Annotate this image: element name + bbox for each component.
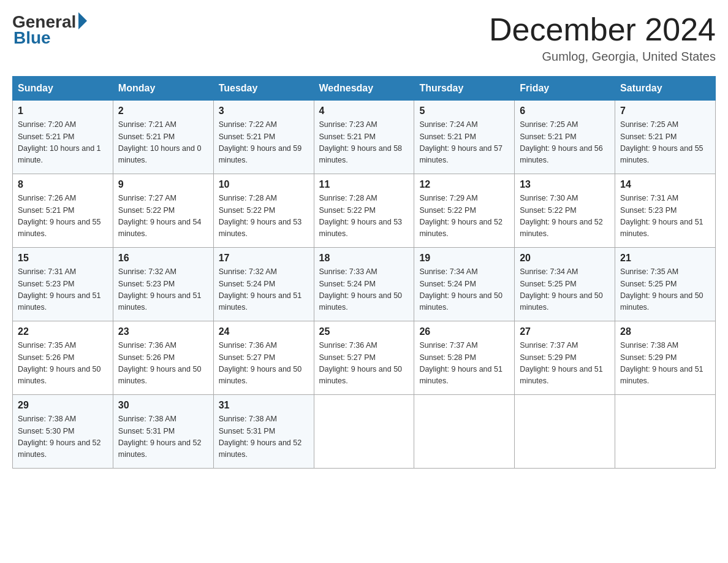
calendar-cell: 3 Sunrise: 7:22 AMSunset: 5:21 PMDayligh… [213, 101, 314, 174]
calendar-cell: 21 Sunrise: 7:35 AMSunset: 5:25 PMDaylig… [615, 248, 716, 321]
day-info: Sunrise: 7:36 AMSunset: 5:27 PMDaylight:… [219, 341, 302, 385]
calendar-cell: 15 Sunrise: 7:31 AMSunset: 5:23 PMDaylig… [13, 248, 113, 321]
day-number: 29 [18, 400, 108, 411]
day-info: Sunrise: 7:21 AMSunset: 5:21 PMDaylight:… [118, 120, 202, 164]
day-info: Sunrise: 7:25 AMSunset: 5:21 PMDaylight:… [620, 120, 703, 164]
weekday-header-tuesday: Tuesday [213, 77, 314, 101]
calendar-cell: 25 Sunrise: 7:36 AMSunset: 5:27 PMDaylig… [314, 321, 414, 395]
calendar-cell: 23 Sunrise: 7:36 AMSunset: 5:26 PMDaylig… [113, 321, 213, 395]
day-number: 7 [620, 105, 710, 117]
calendar-week-row: 22 Sunrise: 7:35 AMSunset: 5:26 PMDaylig… [13, 321, 716, 395]
day-info: Sunrise: 7:36 AMSunset: 5:27 PMDaylight:… [319, 341, 403, 385]
day-info: Sunrise: 7:27 AMSunset: 5:22 PMDaylight:… [118, 194, 202, 238]
day-info: Sunrise: 7:33 AMSunset: 5:24 PMDaylight:… [319, 267, 403, 312]
calendar-cell [515, 395, 615, 469]
day-info: Sunrise: 7:32 AMSunset: 5:24 PMDaylight:… [219, 267, 302, 312]
weekday-header-thursday: Thursday [414, 77, 515, 101]
day-number: 31 [219, 400, 309, 411]
day-number: 12 [419, 179, 509, 190]
calendar-cell: 5 Sunrise: 7:24 AMSunset: 5:21 PMDayligh… [414, 101, 515, 174]
day-info: Sunrise: 7:35 AMSunset: 5:26 PMDaylight:… [18, 341, 101, 385]
day-number: 17 [219, 253, 309, 264]
day-number: 10 [219, 179, 309, 190]
calendar-cell: 16 Sunrise: 7:32 AMSunset: 5:23 PMDaylig… [113, 248, 213, 321]
calendar-cell: 7 Sunrise: 7:25 AMSunset: 5:21 PMDayligh… [615, 101, 716, 174]
calendar-cell: 12 Sunrise: 7:29 AMSunset: 5:22 PMDaylig… [414, 174, 515, 248]
day-number: 18 [319, 253, 409, 264]
day-number: 21 [620, 253, 710, 264]
day-number: 11 [319, 179, 409, 190]
day-number: 4 [319, 105, 409, 117]
day-number: 1 [18, 105, 108, 117]
calendar-week-row: 29 Sunrise: 7:38 AMSunset: 5:30 PMDaylig… [13, 395, 716, 469]
weekday-header-sunday: Sunday [13, 77, 113, 101]
calendar-cell: 1 Sunrise: 7:20 AMSunset: 5:21 PMDayligh… [13, 101, 113, 174]
weekday-header-wednesday: Wednesday [314, 77, 414, 101]
day-number: 20 [520, 253, 610, 264]
calendar-cell: 28 Sunrise: 7:38 AMSunset: 5:29 PMDaylig… [615, 321, 716, 395]
calendar-cell [414, 395, 515, 469]
weekday-header-saturday: Saturday [615, 77, 716, 101]
day-number: 19 [419, 253, 509, 264]
day-info: Sunrise: 7:37 AMSunset: 5:28 PMDaylight:… [419, 341, 502, 385]
logo-triangle-icon [78, 12, 87, 29]
day-info: Sunrise: 7:32 AMSunset: 5:23 PMDaylight:… [118, 267, 202, 312]
day-info: Sunrise: 7:30 AMSunset: 5:22 PMDaylight:… [520, 194, 603, 238]
day-number: 9 [118, 179, 208, 190]
day-number: 30 [118, 400, 208, 411]
day-number: 15 [18, 253, 108, 264]
calendar-cell [615, 395, 716, 469]
calendar-cell: 14 Sunrise: 7:31 AMSunset: 5:23 PMDaylig… [615, 174, 716, 248]
day-number: 24 [219, 326, 309, 337]
calendar-cell: 20 Sunrise: 7:34 AMSunset: 5:25 PMDaylig… [515, 248, 615, 321]
logo: General Blue [12, 12, 87, 48]
calendar-week-row: 15 Sunrise: 7:31 AMSunset: 5:23 PMDaylig… [13, 248, 716, 321]
day-number: 16 [118, 253, 208, 264]
day-number: 13 [520, 179, 610, 190]
calendar-cell: 26 Sunrise: 7:37 AMSunset: 5:28 PMDaylig… [414, 321, 515, 395]
day-number: 3 [219, 105, 309, 117]
calendar-cell: 10 Sunrise: 7:28 AMSunset: 5:22 PMDaylig… [213, 174, 314, 248]
day-info: Sunrise: 7:28 AMSunset: 5:22 PMDaylight:… [319, 194, 403, 238]
calendar-cell: 9 Sunrise: 7:27 AMSunset: 5:22 PMDayligh… [113, 174, 213, 248]
weekday-header-row: SundayMondayTuesdayWednesdayThursdayFrid… [13, 77, 716, 101]
calendar-cell: 2 Sunrise: 7:21 AMSunset: 5:21 PMDayligh… [113, 101, 213, 174]
calendar-cell: 13 Sunrise: 7:30 AMSunset: 5:22 PMDaylig… [515, 174, 615, 248]
calendar-cell: 17 Sunrise: 7:32 AMSunset: 5:24 PMDaylig… [213, 248, 314, 321]
calendar-body: 1 Sunrise: 7:20 AMSunset: 5:21 PMDayligh… [13, 101, 716, 469]
day-info: Sunrise: 7:25 AMSunset: 5:21 PMDaylight:… [520, 120, 603, 164]
day-info: Sunrise: 7:34 AMSunset: 5:24 PMDaylight:… [419, 267, 502, 312]
day-number: 22 [18, 326, 108, 337]
day-info: Sunrise: 7:24 AMSunset: 5:21 PMDaylight:… [419, 120, 502, 164]
day-info: Sunrise: 7:37 AMSunset: 5:29 PMDaylight:… [520, 341, 603, 385]
calendar-cell: 22 Sunrise: 7:35 AMSunset: 5:26 PMDaylig… [13, 321, 113, 395]
calendar-cell: 31 Sunrise: 7:38 AMSunset: 5:31 PMDaylig… [213, 395, 314, 469]
calendar-cell: 4 Sunrise: 7:23 AMSunset: 5:21 PMDayligh… [314, 101, 414, 174]
calendar-header: SundayMondayTuesdayWednesdayThursdayFrid… [13, 77, 716, 101]
day-info: Sunrise: 7:22 AMSunset: 5:21 PMDaylight:… [219, 120, 302, 164]
weekday-header-friday: Friday [515, 77, 615, 101]
day-number: 27 [520, 326, 610, 337]
day-number: 28 [620, 326, 710, 337]
calendar-week-row: 8 Sunrise: 7:26 AMSunset: 5:21 PMDayligh… [13, 174, 716, 248]
day-number: 25 [319, 326, 409, 337]
day-info: Sunrise: 7:38 AMSunset: 5:31 PMDaylight:… [219, 415, 302, 459]
calendar-cell [314, 395, 414, 469]
day-info: Sunrise: 7:31 AMSunset: 5:23 PMDaylight:… [18, 267, 101, 312]
day-info: Sunrise: 7:20 AMSunset: 5:21 PMDaylight:… [18, 120, 101, 164]
day-info: Sunrise: 7:26 AMSunset: 5:21 PMDaylight:… [18, 194, 101, 238]
day-info: Sunrise: 7:29 AMSunset: 5:22 PMDaylight:… [419, 194, 502, 238]
location-text: Gumlog, Georgia, United States [489, 50, 716, 64]
day-number: 8 [18, 179, 108, 190]
calendar-cell: 29 Sunrise: 7:38 AMSunset: 5:30 PMDaylig… [13, 395, 113, 469]
day-info: Sunrise: 7:35 AMSunset: 5:25 PMDaylight:… [620, 267, 703, 312]
day-number: 23 [118, 326, 208, 337]
day-number: 14 [620, 179, 710, 190]
day-number: 5 [419, 105, 509, 117]
calendar-table: SundayMondayTuesdayWednesdayThursdayFrid… [12, 76, 716, 469]
calendar-cell: 19 Sunrise: 7:34 AMSunset: 5:24 PMDaylig… [414, 248, 515, 321]
calendar-cell: 30 Sunrise: 7:38 AMSunset: 5:31 PMDaylig… [113, 395, 213, 469]
calendar-cell: 11 Sunrise: 7:28 AMSunset: 5:22 PMDaylig… [314, 174, 414, 248]
weekday-header-monday: Monday [113, 77, 213, 101]
page-header: General Blue December 2024 Gumlog, Georg… [12, 12, 716, 64]
